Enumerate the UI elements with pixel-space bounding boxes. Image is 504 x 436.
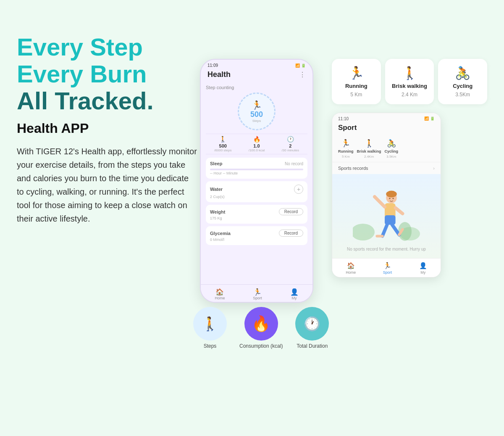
sport-running-name: Running xyxy=(338,149,354,153)
weight-row: Weight Record xyxy=(210,208,303,215)
sport-profile-icon: 👤 xyxy=(419,262,427,270)
svg-point-13 xyxy=(389,198,390,199)
runner-icon: 🏃 xyxy=(252,100,262,110)
floating-icons: 🚶 Steps 🔥 Consumption (kcal) 🕐 Total Dur… xyxy=(193,307,329,349)
cycling-dist: 3.5Km xyxy=(455,92,470,98)
sport-status-time: 11:10 xyxy=(338,116,349,121)
no-record-text: No sports record for the moment. Hurry u… xyxy=(344,243,429,255)
sport-running-icon: 🏃 xyxy=(341,139,350,148)
glycemia-value: 0 Mmol/l xyxy=(210,238,303,242)
sport-wifi-icon: 📶 🔋 xyxy=(424,116,435,121)
step-count: 500 xyxy=(250,110,263,119)
steps-circle: 🚶 xyxy=(193,307,227,341)
stat1-value: 500 xyxy=(219,143,227,148)
stat2-value: 1.0 xyxy=(253,143,260,148)
menu-icon[interactable]: ⋮ xyxy=(299,71,306,79)
sport-records-chevron: › xyxy=(433,166,435,171)
stat2-max: /100.0 kcal xyxy=(249,148,265,152)
sport-walking-dist: 2.4Km xyxy=(364,155,374,159)
stat3-max: /30 minutes xyxy=(282,148,299,152)
phone-content: Step counting 🏃 500 Steps 🚶 500 /6000 st… xyxy=(201,82,312,284)
sport-records-label: Sports records xyxy=(338,166,368,171)
step-circle: 🏃 500 Steps xyxy=(238,92,276,130)
exercise-area: No sports record for the moment. Hurry u… xyxy=(332,174,441,258)
sport-nav-my[interactable]: 👤 My xyxy=(419,262,427,275)
sport-walking-name: Brisk walking xyxy=(357,149,381,153)
steps-float: 🚶 Steps xyxy=(193,307,227,349)
steps-float-label: Steps xyxy=(204,343,217,349)
headline-line1: Every Step xyxy=(17,34,197,61)
step-counting-label: Step counting xyxy=(206,85,307,90)
nav-home[interactable]: 🏠 Home xyxy=(215,288,225,300)
subheading: Health APP xyxy=(17,121,197,136)
sport-home-icon: 🏠 xyxy=(347,262,355,270)
activity-card-cycling: 🚴 Cycling 3.5Km xyxy=(438,59,487,104)
activity-card-walking: 🚶 Brisk walking 2.4 Km xyxy=(385,59,434,104)
sleep-label: Sleep xyxy=(210,161,222,166)
sleep-row: Sleep No record xyxy=(210,161,303,166)
headline: Every Step Every Burn All Tracked. xyxy=(17,34,197,114)
sport-nav-sport[interactable]: 🏃 Sport xyxy=(383,262,392,275)
status-bar: 11:09 📶 🔋 xyxy=(201,60,312,69)
stat1-max: /6000 steps xyxy=(214,148,231,152)
running-dist: 5 Km xyxy=(350,92,362,98)
water-row: Water + xyxy=(210,185,303,194)
sport-cycling-icon: 🚴 xyxy=(387,139,396,148)
profile-icon: 👤 xyxy=(290,288,299,296)
stat-time: 🕐 2 /30 minutes xyxy=(282,136,299,152)
sport-walking-icon: 🚶 xyxy=(365,139,374,148)
walking-name: Brisk walking xyxy=(392,83,427,89)
status-icons: 📶 🔋 xyxy=(295,63,306,68)
stat-calories: 🔥 1.0 /100.0 kcal xyxy=(249,136,265,152)
step-circle-container: 🏃 500 Steps xyxy=(206,92,307,130)
svg-point-14 xyxy=(392,198,394,199)
phone-mockup: 11:09 📶 🔋 Health ⋮ Step counting 🏃 500 S… xyxy=(200,59,313,303)
phone-header: Health ⋮ xyxy=(201,69,312,82)
headline-line3: All Tracked. xyxy=(17,87,197,114)
sport-records-row: Sports records › xyxy=(332,162,441,174)
glycemia-label: Glycemia xyxy=(210,231,231,236)
consumption-float: 🔥 Consumption (kcal) xyxy=(239,307,283,349)
sport-nav-home[interactable]: 🏠 Home xyxy=(346,262,356,275)
wifi-icon: 📶 xyxy=(295,63,300,68)
walking-icon: 🚶 xyxy=(402,66,417,80)
stat3-value: 2 xyxy=(289,143,291,148)
sport-cycling: 🚴 Cycling 3.5Km xyxy=(385,139,399,159)
weight-label: Weight xyxy=(210,209,225,214)
duration-circle: 🕐 xyxy=(295,307,329,341)
svg-line-11 xyxy=(392,225,399,235)
phone-title: Health xyxy=(207,70,231,79)
description: With TIGER 12's Health app, effortlessly… xyxy=(17,145,197,225)
running-name: Running xyxy=(345,83,368,89)
svg-point-4 xyxy=(386,191,397,198)
sleep-section: Sleep No record -- Hour -- Minute xyxy=(206,158,307,179)
sleep-bar xyxy=(210,169,303,170)
sleep-sub: -- Hour -- Minute xyxy=(210,171,303,175)
phone-nav: 🏠 Home 🏃 Sport 👤 My xyxy=(201,284,312,302)
nav-my[interactable]: 👤 My xyxy=(290,288,299,300)
sport-cycling-dist: 3.5Km xyxy=(386,155,396,159)
nav-sport[interactable]: 🏃 Sport xyxy=(253,288,262,300)
step-unit: Steps xyxy=(252,119,261,123)
add-water-button[interactable]: + xyxy=(294,185,303,194)
water-label: Water xyxy=(210,187,223,192)
battery-icon: 🔋 xyxy=(301,63,306,68)
running-icon: 🏃 xyxy=(349,66,364,80)
sport-walking: 🚶 Brisk walking 2.4Km xyxy=(357,139,381,159)
glycemia-section: Glycemia Record 0 Mmol/l xyxy=(206,226,307,245)
walking-dist: 2.4 Km xyxy=(402,92,417,98)
glycemia-row: Glycemia Record xyxy=(210,230,303,237)
headline-line2: Every Burn xyxy=(17,61,197,87)
svg-line-7 xyxy=(375,197,385,207)
svg-line-9 xyxy=(382,225,387,236)
consumption-float-label: Consumption (kcal) xyxy=(239,343,283,349)
glycemia-record-button[interactable]: Record xyxy=(279,230,303,237)
sport-running-dist: 5 Km xyxy=(342,155,350,159)
weight-record-button[interactable]: Record xyxy=(279,208,303,215)
activity-cards: 🏃 Running 5 Km 🚶 Brisk walking 2.4 Km 🚴 … xyxy=(332,59,487,104)
sport-icon: 🏃 xyxy=(253,288,262,296)
sport-header: Sport xyxy=(332,122,441,135)
fire-icon: 🔥 xyxy=(253,136,260,143)
duration-float-label: Total Duration xyxy=(297,343,328,349)
right-section: 🏃 Running 5 Km 🚶 Brisk walking 2.4 Km 🚴 … xyxy=(332,59,487,277)
